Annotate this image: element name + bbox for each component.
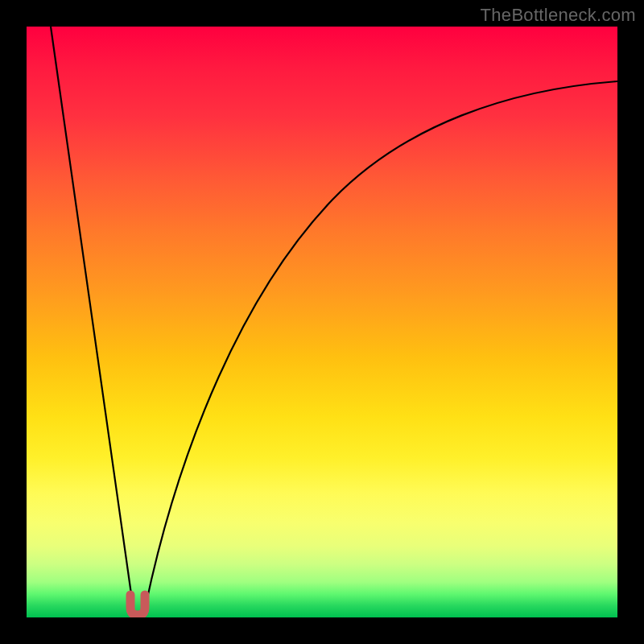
watermark-text: TheBottleneck.com <box>481 5 636 26</box>
u-marker-icon <box>130 595 145 615</box>
chart-frame: TheBottleneck.com <box>0 0 644 644</box>
bottleneck-right-branch <box>146 81 617 605</box>
bottleneck-left-branch <box>51 27 133 605</box>
plot-area <box>27 27 617 617</box>
curve-layer <box>27 27 617 617</box>
